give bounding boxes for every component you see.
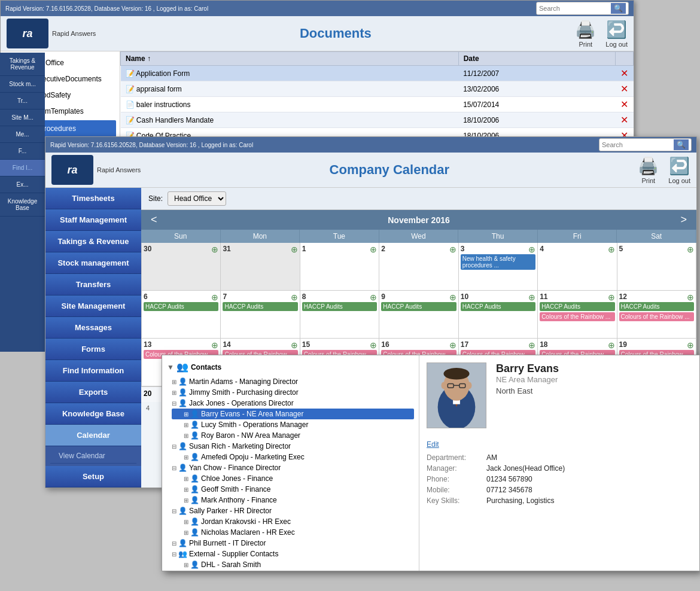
col-name[interactable]: Name ↑ <box>121 52 459 66</box>
cal-cell-3[interactable]: 3⊕New health & safety procedures ... <box>459 243 538 291</box>
cal-cell-11[interactable]: 11⊕HACCP AuditsColours of the Rainbow ..… <box>538 291 617 339</box>
site-dropdown[interactable]: Head Office <box>168 191 226 206</box>
sidebar2-site[interactable]: Site Management <box>45 296 141 317</box>
sidebar2-knowledge[interactable]: Knowledge Base <box>45 403 141 425</box>
file-delete-cell[interactable]: ✕ <box>616 97 634 112</box>
prev-month-button[interactable]: < <box>145 214 163 226</box>
contact-item-nicholas[interactable]: ⊞ 👤 Nicholas Maclaren - HR Exec <box>172 527 414 538</box>
expand-contacts-icon: ▼ <box>167 363 174 371</box>
cal-cell-30[interactable]: 30⊕ <box>142 243 221 291</box>
sidebar2-find[interactable]: Find Information <box>45 360 141 382</box>
contact-item-chloe[interactable]: ⊞ 👤 Chloe Jones - Finance <box>172 473 414 484</box>
print-button-1[interactable]: 🖨️ Print <box>575 20 596 48</box>
contact-item-mark[interactable]: ⊞ 👤 Mark Anthony - Finance <box>172 495 414 505</box>
search-button-1[interactable]: 🔍 <box>611 3 626 14</box>
sidebar2-view-calendar[interactable]: View Calendar <box>50 449 136 464</box>
cal-cell-31[interactable]: 31⊕ <box>221 243 300 291</box>
contact-item-geoff[interactable]: ⊞ 👤 Geoff Smith - Finance <box>172 484 414 495</box>
cal-cell-4[interactable]: 4⊕ <box>538 243 617 291</box>
contact-item-susan[interactable]: ⊟ 👤 Susan Rich - Marketing Director <box>172 441 414 452</box>
sidebar2-exports[interactable]: Exports <box>45 382 141 403</box>
event-haccp-12[interactable]: HACCP Audits <box>619 302 694 311</box>
file-name-cell[interactable]: 📝 appraisal form <box>121 81 459 97</box>
contacts-header: ▼ 👥 Contacts <box>167 360 414 374</box>
contact-item-jordan[interactable]: ⊞ 👤 Jordan Krakovski - HR Exec <box>172 516 414 527</box>
contact-item-jack[interactable]: ⊟ 👤 Jack Jones - Operations Director <box>172 398 414 409</box>
contact-item-phil[interactable]: ⊟ 👤 Phil Burnett - IT Director <box>172 538 414 549</box>
cal-cell-7[interactable]: 7⊕HACCP Audits <box>221 291 300 339</box>
search-box-1[interactable]: 🔍 <box>536 2 629 15</box>
search-box-2[interactable]: 🔍 <box>599 138 692 151</box>
contact-item-barry[interactable]: ⊞ 👤 Barry Evans - NE Area Manager <box>172 409 414 419</box>
sidebar2-transfers[interactable]: Transfers <box>45 274 141 296</box>
file-delete-cell[interactable]: ✕ <box>616 112 634 128</box>
sidebar2-messages[interactable]: Messages <box>45 317 141 339</box>
contact-item-external[interactable]: ⊟ 👥 External - Supplier Contacts <box>172 549 414 559</box>
file-delete-cell[interactable]: ✕ <box>616 66 634 81</box>
file-name-cell[interactable]: 📝 Cash Handlers Mandate <box>121 112 459 128</box>
main-tr-label[interactable]: Tr... <box>0 93 45 109</box>
logout-button-1[interactable]: ↩️ Log out <box>605 20 628 48</box>
contact-item-yan[interactable]: ⊟ 👤 Yan Chow - Finance Director <box>172 462 414 473</box>
cal-cell-8[interactable]: 8⊕HACCP Audits <box>300 291 379 339</box>
cal-cell-9[interactable]: 9⊕HACCP Audits <box>379 291 458 339</box>
main-knowledge-label[interactable]: Knowledge Base <box>0 193 45 217</box>
contact-item-lucy[interactable]: ⊞ 👤 Lucy Smith - Operations Manager <box>172 419 414 430</box>
file-name-cell[interactable]: 📝 Application Form <box>121 66 459 81</box>
col-date[interactable]: Date <box>458 52 615 66</box>
print-button-2[interactable]: 🖨️ Print <box>638 156 659 184</box>
main-ex-label[interactable]: Ex... <box>0 176 45 193</box>
event-rainbow-11[interactable]: Colours of the Rainbow ... <box>540 312 614 321</box>
sidebar2-setup[interactable]: Setup <box>45 466 141 488</box>
event-haccp-7[interactable]: HACCP Audits <box>223 302 297 311</box>
dow-wed: Wed <box>379 230 459 243</box>
edit-link[interactable]: Edit <box>427 440 439 449</box>
sidebar2-takings[interactable]: Takings & Revenue <box>45 231 141 252</box>
search-button-2[interactable]: 🔍 <box>674 139 689 150</box>
contact-item-amefedi[interactable]: ⊞ 👤 Amefedi Opoju - Marketing Exec <box>172 452 414 462</box>
file-delete-cell[interactable]: ✕ <box>616 81 634 97</box>
cal-cell-5[interactable]: 5⊕ <box>617 243 696 291</box>
main-f-label[interactable]: F... <box>0 143 45 160</box>
next-month-button[interactable]: > <box>674 214 693 226</box>
event-health-safety[interactable]: New health & safety procedures ... <box>461 254 535 270</box>
contact-item-jimmy[interactable]: ⊞ 👤 Jimmy Smith - Purchasing director <box>172 387 414 398</box>
sidebar2-staff[interactable]: Staff Management <box>45 209 141 231</box>
cal-cell-1[interactable]: 1⊕ <box>300 243 379 291</box>
group-icon-root: 👥 <box>176 361 188 373</box>
phone-label: Phone: <box>427 475 486 483</box>
delete-icon[interactable]: ✕ <box>620 84 628 94</box>
contact-item-roy[interactable]: ⊞ 👤 Roy Baron - NW Area Manager <box>172 430 414 441</box>
contact-item-dhl[interactable]: ⊞ 👤 DHL - Sarah Smith <box>172 559 414 570</box>
delete-icon[interactable]: ✕ <box>620 68 628 78</box>
event-haccp-8[interactable]: HACCP Audits <box>302 302 377 311</box>
cal-cell-6[interactable]: 6⊕HACCP Audits <box>142 291 221 339</box>
sidebar2-forms[interactable]: Forms <box>45 339 141 360</box>
sidebar2-stock[interactable]: Stock management <box>45 252 141 274</box>
file-name-cell[interactable]: 📄 baler instructions <box>121 97 459 112</box>
cal-cell-10[interactable]: 10⊕HACCP Audits <box>459 291 538 339</box>
event-haccp-11[interactable]: HACCP Audits <box>540 302 614 311</box>
cal-cell-2[interactable]: 2⊕ <box>379 243 458 291</box>
event-rainbow-12[interactable]: Colours of the Rainbow ... <box>619 312 694 321</box>
main-stock-label[interactable]: Stock m... <box>0 76 45 93</box>
event-haccp-6[interactable]: HACCP Audits <box>144 302 218 311</box>
delete-icon[interactable]: ✕ <box>620 115 628 125</box>
delete-icon[interactable]: ✕ <box>620 99 628 109</box>
event-haccp-10[interactable]: HACCP Audits <box>461 302 535 311</box>
cal-cell-12[interactable]: 12⊕HACCP AuditsColours of the Rainbow ..… <box>617 291 696 339</box>
logout-button-2[interactable]: ↩️ Log out <box>668 156 690 184</box>
main-find-label[interactable]: Find I... <box>0 160 45 176</box>
main-takings-label[interactable]: Takings & Revenue <box>0 53 45 76</box>
sidebar2-calendar[interactable]: Calendar <box>45 425 141 446</box>
contact-item-fedex[interactable]: ⊞ 👤 FedEx - John Jones <box>172 570 414 571</box>
search-input-2[interactable] <box>602 141 674 148</box>
main-me-label[interactable]: Me... <box>0 126 45 143</box>
sidebar2-timesheets[interactable]: Timesheets <box>45 188 141 209</box>
contact-item-sally[interactable]: ⊟ 👤 Sally Parker - HR Director <box>172 505 414 516</box>
event-haccp-9[interactable]: HACCP Audits <box>381 302 456 311</box>
main-site-label[interactable]: Site M... <box>0 109 45 126</box>
search-input-1[interactable] <box>539 5 611 12</box>
contacts-root-item[interactable]: ▼ 👥 Contacts <box>167 361 221 373</box>
contact-item-martin[interactable]: ⊞ 👤 Martin Adams - Managing Director <box>172 376 414 387</box>
